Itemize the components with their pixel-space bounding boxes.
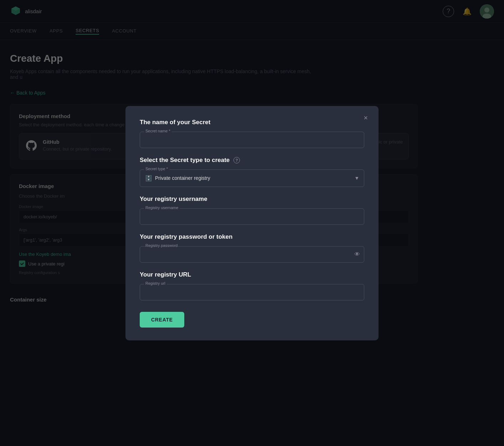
- modal-overlay: × The name of your Secret Secret name * …: [0, 0, 504, 446]
- secret-type-select-wrapper[interactable]: 🗄️ Private container registry ▼: [140, 169, 364, 187]
- registry-password-field: Registry password 👁: [140, 246, 364, 263]
- registry-url-title: Your registry URL: [140, 271, 364, 278]
- secret-name-input[interactable]: [140, 132, 364, 148]
- registry-url-label: Registry url: [144, 281, 167, 285]
- secret-type-label: Secret type *: [144, 167, 169, 171]
- modal-close-button[interactable]: ×: [360, 112, 371, 124]
- registry-select-icon: 🗄️: [145, 175, 152, 182]
- password-toggle-icon[interactable]: 👁: [354, 251, 360, 258]
- registry-username-label: Registry username: [144, 206, 180, 210]
- registry-username-field: Registry username: [140, 208, 364, 225]
- registry-url-field: Registry url: [140, 284, 364, 300]
- secret-type-select[interactable]: 🗄️ Private container registry: [140, 169, 364, 187]
- registry-username-input[interactable]: [140, 208, 364, 225]
- secret-type-field: Secret type * 🗄️ Private container regis…: [140, 169, 364, 187]
- registry-password-title: Your registry password or token: [140, 233, 364, 240]
- create-button[interactable]: CREATE: [140, 312, 184, 328]
- secret-name-label: Secret name *: [144, 129, 172, 133]
- create-secret-modal: × The name of your Secret Secret name * …: [125, 106, 379, 340]
- registry-password-input[interactable]: [140, 246, 364, 263]
- registry-password-wrapper: 👁: [140, 246, 364, 263]
- secret-name-field: Secret name *: [140, 132, 364, 148]
- secret-type-help-icon[interactable]: ?: [233, 157, 240, 163]
- modal-secret-type-title: Select the Secret type to create ?: [140, 157, 364, 164]
- registry-url-input[interactable]: [140, 284, 364, 300]
- secret-type-value: 🗄️ Private container registry: [145, 175, 210, 182]
- modal-secret-name-title: The name of your Secret: [140, 119, 364, 126]
- registry-username-title: Your registry username: [140, 196, 364, 203]
